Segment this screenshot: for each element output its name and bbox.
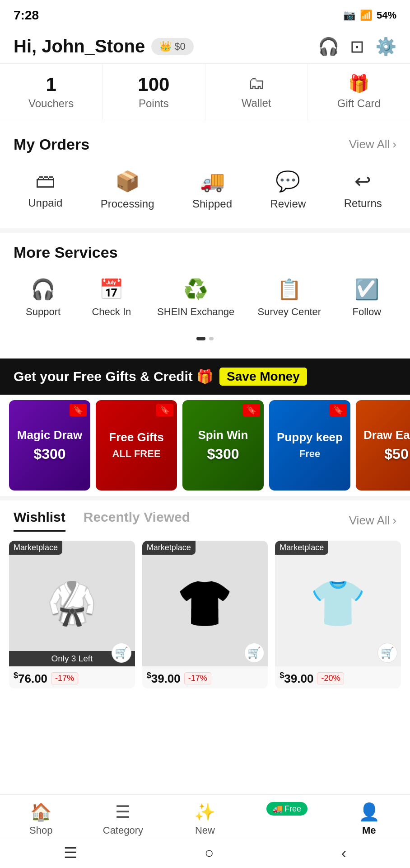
status-time: 7:28 (14, 8, 39, 23)
status-bar: 7:28 📷 📶 54% (0, 0, 410, 27)
order-unpaid[interactable]: 🗃 Unpaid (22, 165, 69, 215)
marketplace-badge-1: Marketplace (9, 541, 62, 555)
tab-recently-viewed[interactable]: Recently Viewed (84, 509, 190, 532)
promo-cards-row: Magic Draw $300 🔖 Free Gifts ALL FREE 🔖 … (0, 395, 410, 496)
giftcard-icon: 🎁 (348, 74, 369, 94)
promo-text: Get your Free Gifts & Credit 🎁 (14, 368, 213, 384)
camera-icon: 📷 (343, 9, 355, 21)
product-card-1[interactable]: 🥋 Marketplace Only 3 Left 🛒 $76.00 -17% (9, 541, 135, 689)
promo-card-puppy[interactable]: Puppy keep Free 🔖 (269, 400, 350, 491)
order-review[interactable]: 💬 Review (264, 165, 312, 215)
service-checkin[interactable]: 📅 Check In (84, 273, 139, 323)
balance-badge: 👑 $0 (151, 38, 193, 55)
dot-active (196, 337, 205, 340)
nav-shop[interactable]: 🏠 Shop (14, 802, 68, 836)
nav-cart[interactable]: 🚚 Free (260, 802, 314, 836)
greeting-text: Hi, John_Stone (14, 36, 145, 57)
promo-card-free[interactable]: Free Gifts ALL FREE 🔖 (96, 400, 177, 491)
product-card-2[interactable]: 👕 Marketplace 🛒 $39.00 -17% (142, 541, 268, 689)
wallet-stat[interactable]: 🗂 Wallet (205, 64, 308, 120)
follow-icon: ☑️ (354, 278, 379, 301)
my-orders-header: My Orders View All › (0, 125, 410, 160)
service-survey[interactable]: 📋 Survey Center (253, 273, 326, 323)
battery: 54% (377, 9, 396, 21)
service-exchange[interactable]: ♻️ SHEIN Exchange (153, 273, 239, 323)
nav-new-label: New (195, 825, 215, 836)
price-row-1: $76.00 -17% (9, 666, 135, 689)
product-card-3[interactable]: 👕 Marketplace 🛒 $39.00 -20% (275, 541, 401, 689)
product-image-2: 👕 Marketplace 🛒 (142, 541, 268, 667)
services-icons-row: 🎧 Support 📅 Check In ♻️ SHEIN Exchange 📋… (0, 269, 410, 332)
view-all-wishlist[interactable]: View All › (349, 514, 396, 528)
discount-badge-2: -17% (184, 672, 211, 684)
order-shipped[interactable]: 🚚 Shipped (186, 165, 238, 215)
android-nav: ☰ ○ ‹ (0, 837, 410, 868)
settings-icon[interactable]: ⚙️ (375, 37, 396, 57)
free-gifts-sub: ALL FREE (112, 448, 160, 460)
dot-inactive-1 (209, 337, 214, 340)
back-button[interactable]: ‹ (341, 844, 346, 862)
header: Hi, John_Stone 👑 $0 🎧 ⊡ ⚙️ (0, 27, 410, 63)
home-button[interactable]: ○ (205, 844, 214, 862)
support-label: Support (26, 306, 61, 319)
service-support[interactable]: 🎧 Support (16, 273, 70, 323)
product-image-1: 🥋 Marketplace Only 3 Left 🛒 (9, 541, 135, 667)
tab-wishlist[interactable]: Wishlist (14, 509, 65, 532)
vouchers-stat[interactable]: 1 Vouchers (0, 64, 102, 120)
tabs-header: Wishlist Recently Viewed View All › (14, 500, 396, 532)
bookmark-icon-2: 🔖 (156, 404, 173, 416)
cart-icon: 🚚 Free (266, 802, 308, 816)
person-icon: 👤 (359, 802, 380, 822)
tshirt-icon: 👕 (310, 577, 366, 630)
order-processing[interactable]: 📦 Processing (94, 165, 161, 215)
header-left: Hi, John_Stone 👑 $0 (14, 36, 194, 57)
giftcard-stat[interactable]: 🎁 Gift Card (308, 64, 410, 120)
carousel-dots (0, 332, 410, 349)
promo-card-draw[interactable]: Draw Easily $50 🔖 (356, 400, 410, 491)
follow-label: Follow (353, 306, 382, 319)
promo-card-spin[interactable]: Spin Win $300 🔖 (182, 400, 264, 491)
puppy-sub: Free (299, 448, 320, 460)
nav-category[interactable]: ☰ Category (96, 802, 150, 836)
promo-card-magic[interactable]: Magic Draw $300 🔖 (9, 400, 90, 491)
order-icons-row: 🗃 Unpaid 📦 Processing 🚚 Shipped 💬 Review… (0, 160, 410, 228)
unpaid-icon: 🗃 (35, 170, 55, 192)
hoodie-icon: 👕 (177, 577, 233, 630)
order-returns[interactable]: ↩ Returns (338, 165, 388, 215)
unpaid-label: Unpaid (28, 197, 62, 209)
add-to-cart-2[interactable]: 🛒 (244, 643, 264, 663)
view-all-orders[interactable]: View All › (349, 137, 396, 151)
save-money-badge[interactable]: Save Money (219, 368, 307, 386)
bottom-nav: 🏠 Shop ☰ Category ✨ New 🚚 Free 👤 Me (0, 794, 410, 841)
returns-icon: ↩ (354, 170, 371, 193)
promo-banner: Get your Free Gifts & Credit 🎁 Save Mone… (0, 359, 410, 395)
spin-win-amount: $300 (207, 446, 239, 462)
services-title: More Services (14, 244, 118, 261)
my-orders-title: My Orders (14, 136, 89, 153)
bookmark-icon-4: 🔖 (330, 404, 347, 416)
home-icon: 🏠 (30, 802, 51, 822)
price-2: $39.00 (147, 671, 181, 686)
headset-icon[interactable]: 🎧 (318, 37, 339, 57)
checkin-label: Check In (92, 306, 131, 319)
points-stat[interactable]: 100 Points (102, 64, 205, 120)
review-icon: 💬 (275, 170, 300, 193)
exchange-icon: ♻️ (183, 278, 208, 301)
review-label: Review (270, 198, 306, 210)
free-gifts-title: Free Gifts (109, 430, 163, 444)
nav-me[interactable]: 👤 Me (342, 802, 396, 836)
shipped-icon: 🚚 (200, 170, 225, 193)
support-icon: 🎧 (31, 278, 56, 301)
add-to-cart-3[interactable]: 🛒 (377, 643, 397, 663)
add-to-cart-1[interactable]: 🛒 (112, 643, 131, 663)
survey-icon: 📋 (277, 278, 302, 301)
price-row-3: $39.00 -20% (275, 666, 401, 689)
scan-icon[interactable]: ⊡ (350, 37, 364, 57)
marketplace-badge-3: Marketplace (275, 541, 328, 555)
tracksuit-icon: 🥋 (47, 580, 97, 627)
service-follow[interactable]: ☑️ Follow (340, 273, 394, 323)
vouchers-label: Vouchers (28, 97, 74, 110)
nav-new[interactable]: ✨ New (178, 802, 232, 836)
menu-button[interactable]: ☰ (64, 844, 77, 862)
wallet-icon: 🗂 (248, 74, 265, 93)
